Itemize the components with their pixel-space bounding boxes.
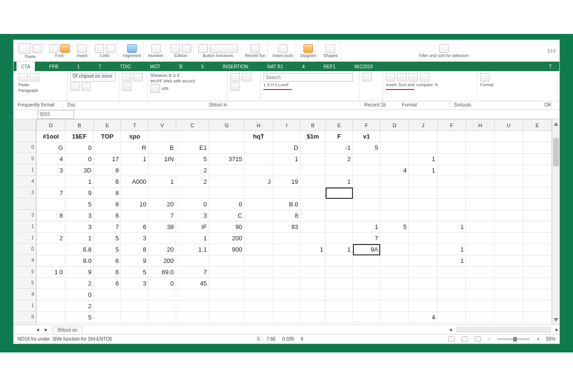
cell[interactable]: [273, 255, 300, 267]
cell[interactable]: 10: [121, 199, 148, 210]
ribbon-group-paste[interactable]: Paste: [16, 41, 44, 61]
cell[interactable]: [176, 255, 209, 267]
border-icon[interactable]: [150, 84, 160, 93]
row-header[interactable]: [14, 198, 36, 210]
cell[interactable]: [380, 176, 409, 188]
ribbon-group-inserttools[interactable]: Insert tools: [270, 41, 295, 61]
cell[interactable]: [245, 210, 273, 221]
view-layout-icon[interactable]: [461, 336, 468, 342]
cell[interactable]: 20: [148, 244, 176, 255]
cell[interactable]: [494, 131, 523, 142]
tab-5[interactable]: 5: [196, 64, 209, 69]
cell[interactable]: [523, 255, 552, 267]
misc3-icon[interactable]: [230, 82, 240, 91]
cell[interactable]: [353, 278, 380, 289]
cell[interactable]: 2: [176, 165, 209, 176]
cell[interactable]: [523, 278, 552, 289]
cell[interactable]: 5: [380, 221, 409, 233]
ribbon-group-insert[interactable]: Insert: [75, 41, 90, 61]
row-header[interactable]: 5: [14, 153, 36, 164]
col-header[interactable]: B: [65, 120, 94, 131]
cell[interactable]: [37, 221, 65, 233]
cell[interactable]: 3: [121, 278, 148, 289]
cell[interactable]: [209, 188, 244, 199]
scroll-thumb[interactable]: [553, 138, 559, 166]
cell[interactable]: 1: [437, 221, 466, 233]
cell[interactable]: [245, 301, 273, 312]
cell[interactable]: [437, 233, 466, 244]
cell[interactable]: [380, 154, 409, 165]
cell[interactable]: [523, 301, 552, 312]
cell[interactable]: [380, 289, 409, 301]
cell[interactable]: [273, 267, 300, 278]
cell[interactable]: [148, 165, 176, 176]
cell[interactable]: 0: [176, 199, 209, 210]
tab-date[interactable]: 8612018: [350, 64, 377, 69]
cell[interactable]: 1: [65, 176, 94, 188]
cell[interactable]: [523, 210, 552, 221]
tab-1[interactable]: 1: [73, 64, 85, 69]
col-header[interactable]: E: [94, 120, 121, 131]
cell[interactable]: [409, 289, 437, 301]
cell[interactable]: [209, 289, 244, 301]
row-header[interactable]: 1: [14, 221, 36, 232]
cell[interactable]: [380, 301, 409, 312]
tab-b[interactable]: B: [174, 64, 187, 69]
cell[interactable]: [94, 142, 121, 154]
col-header[interactable]: U: [494, 120, 523, 131]
ribbon-group-font[interactable]: Font: [47, 41, 72, 61]
cell[interactable]: [409, 199, 437, 210]
cell[interactable]: 7: [353, 233, 380, 244]
cell[interactable]: [380, 312, 409, 323]
cell[interactable]: [326, 188, 353, 199]
cell[interactable]: 4: [409, 312, 437, 323]
cell[interactable]: [353, 165, 380, 176]
cell[interactable]: #1ool: [37, 131, 65, 142]
cell[interactable]: $1m: [300, 131, 325, 142]
cell[interactable]: [94, 312, 121, 323]
cell[interactable]: 2: [176, 176, 209, 188]
cell[interactable]: [523, 267, 552, 278]
cell[interactable]: [380, 188, 409, 199]
cell[interactable]: 200: [148, 255, 176, 267]
cell[interactable]: [466, 233, 495, 244]
cell[interactable]: [380, 278, 409, 289]
cell[interactable]: [380, 244, 409, 255]
formula-input[interactable]: [74, 110, 559, 119]
row-header[interactable]: 5: [14, 266, 36, 278]
col-header[interactable]: E: [523, 120, 552, 131]
cell[interactable]: [409, 221, 437, 233]
cell[interactable]: [494, 142, 523, 154]
tab-t[interactable]: T: [544, 64, 557, 69]
sheet-nav-next[interactable]: ►: [44, 327, 49, 332]
fmt-icon[interactable]: [480, 73, 490, 82]
row-header[interactable]: 3: [14, 187, 36, 198]
cell[interactable]: [326, 312, 353, 323]
cell[interactable]: [148, 289, 176, 301]
m3-icon[interactable]: [122, 82, 131, 91]
cell[interactable]: B.0: [273, 199, 300, 210]
cell[interactable]: [209, 176, 244, 188]
cell[interactable]: 1: [300, 244, 325, 255]
cell[interactable]: 1: [326, 176, 353, 188]
row-header[interactable]: 4: [14, 255, 36, 266]
col-header[interactable]: D: [37, 120, 65, 131]
cell[interactable]: [273, 278, 300, 289]
cell[interactable]: 6: [94, 278, 121, 289]
cell[interactable]: C: [209, 210, 244, 221]
cell[interactable]: [326, 233, 353, 244]
cell[interactable]: 8: [94, 165, 121, 176]
cell[interactable]: [300, 301, 325, 312]
cell[interactable]: [494, 289, 523, 301]
name-box[interactable]: [37, 110, 74, 119]
misc2-icon[interactable]: [242, 73, 251, 82]
cell[interactable]: [409, 244, 437, 255]
cell[interactable]: [148, 233, 176, 244]
row-header[interactable]: 0: [14, 142, 36, 153]
cell[interactable]: [437, 301, 466, 312]
col-header[interactable]: I: [273, 120, 300, 131]
cell[interactable]: [300, 312, 325, 323]
cell[interactable]: 1: [176, 233, 209, 244]
cell[interactable]: 3: [37, 165, 65, 176]
sheet-nav-prev[interactable]: ◄: [35, 327, 40, 332]
